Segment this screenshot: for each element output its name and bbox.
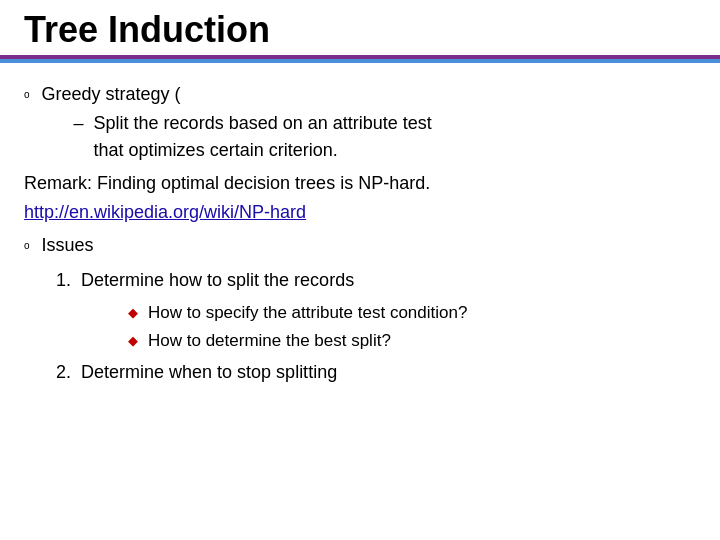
link-line: http://en.wikipedia.org/wiki/NP-hard	[24, 199, 696, 226]
numbered-section: 1. Determine how to split the records ◆ …	[56, 267, 696, 386]
numbered-item-1: 1. Determine how to split the records	[56, 267, 696, 294]
diamond-icon-2: ◆	[128, 331, 138, 351]
number-2: 2.	[56, 359, 71, 386]
sub-bullet-1-text: How to specify the attribute test condit…	[148, 300, 467, 326]
numbered-item-2-text: Determine when to stop splitting	[81, 359, 337, 386]
number-1: 1.	[56, 267, 71, 294]
remark-line: Remark: Finding optimal decision trees i…	[24, 170, 696, 197]
diamond-icon-1: ◆	[128, 303, 138, 323]
sub-item-text: Split the records based on an attribute …	[94, 110, 432, 164]
wikipedia-link[interactable]: http://en.wikipedia.org/wiki/NP-hard	[24, 202, 306, 222]
remark-text: Remark: Finding optimal decision trees i…	[24, 173, 430, 193]
page: Tree Induction o Greedy strategy ( – Spl…	[0, 0, 720, 540]
greedy-strategy-text: Greedy strategy (	[42, 84, 181, 104]
bullet-item-2: o Issues	[24, 232, 696, 259]
sub-bullet-2: ◆ How to determine the best split?	[128, 328, 696, 354]
page-title: Tree Induction	[24, 8, 696, 51]
numbered-item-1-text: Determine how to split the records	[81, 267, 354, 294]
bullet-circle-2: o	[24, 238, 30, 253]
header: Tree Induction	[0, 0, 720, 55]
bullet-circle-1: o	[24, 87, 30, 102]
split-line1: Split the records based on an attribute …	[94, 113, 432, 133]
sub-item-split: – Split the records based on an attribut…	[74, 110, 696, 164]
dash-icon: –	[74, 110, 84, 137]
split-line2: that optimizes certain criterion.	[94, 140, 338, 160]
bullet-text-1: Greedy strategy ( – Split the records ba…	[42, 81, 696, 166]
numbered-item-2: 2. Determine when to stop splitting	[56, 359, 696, 386]
content-area: o Greedy strategy ( – Split the records …	[0, 63, 720, 540]
sub-bullet-1: ◆ How to specify the attribute test cond…	[128, 300, 696, 326]
issues-text: Issues	[42, 232, 696, 259]
divider	[0, 55, 720, 63]
sub-bullet-2-text: How to determine the best split?	[148, 328, 391, 354]
sub-bullets: ◆ How to specify the attribute test cond…	[128, 300, 696, 353]
bullet-item-1: o Greedy strategy ( – Split the records …	[24, 81, 696, 166]
